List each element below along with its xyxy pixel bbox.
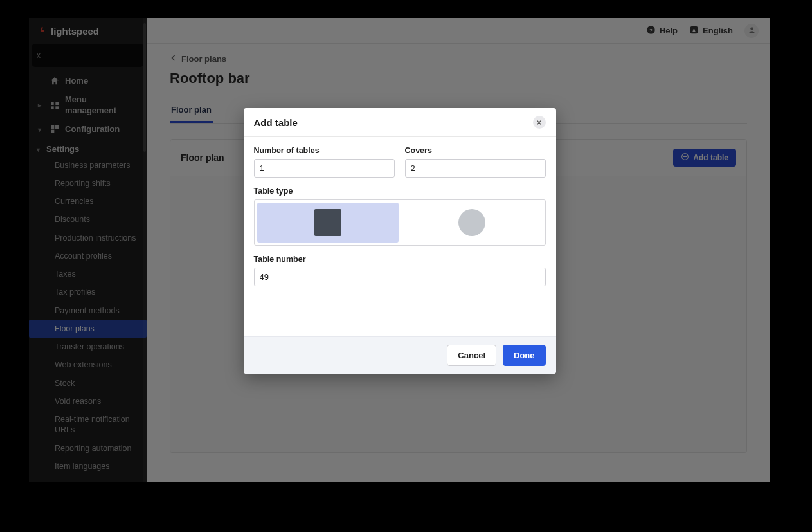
num-tables-label: Number of tables <box>254 146 395 155</box>
table-type-label: Table type <box>254 187 546 196</box>
modal-footer: Cancel Done <box>244 336 556 374</box>
add-table-modal: Add table Number of tables Covers <box>244 108 556 374</box>
modal-overlay[interactable]: Add table Number of tables Covers <box>29 18 770 482</box>
done-button[interactable]: Done <box>503 345 546 366</box>
modal-header: Add table <box>244 108 556 137</box>
field-number-of-tables: Number of tables <box>254 146 395 178</box>
field-table-type: Table type <box>254 187 546 246</box>
close-button[interactable] <box>533 116 546 129</box>
table-type-square[interactable] <box>257 203 399 243</box>
table-number-label: Table number <box>254 255 546 264</box>
field-table-number: Table number <box>254 255 546 286</box>
table-number-input[interactable] <box>254 268 546 286</box>
table-type-options <box>254 199 546 246</box>
table-type-circle[interactable] <box>401 203 543 243</box>
close-icon <box>536 116 542 128</box>
modal-body: Number of tables Covers Table type <box>244 137 556 336</box>
num-tables-input[interactable] <box>254 159 395 178</box>
covers-input[interactable] <box>405 159 546 178</box>
field-covers: Covers <box>405 146 546 178</box>
app-shell: lightspeed x Home ▸ Menu management ▾ Co… <box>29 18 770 482</box>
modal-title: Add table <box>254 117 298 128</box>
covers-label: Covers <box>405 146 546 155</box>
square-shape-icon <box>314 209 341 236</box>
circle-shape-icon <box>458 209 485 236</box>
cancel-button[interactable]: Cancel <box>447 345 496 366</box>
